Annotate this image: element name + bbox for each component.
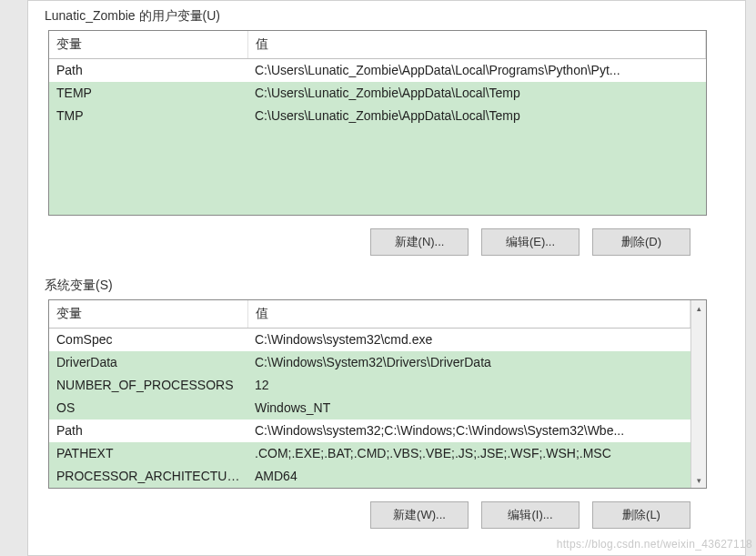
new-system-var-button[interactable]: 新建(W)...	[370, 501, 469, 529]
table-filler	[49, 127, 706, 217]
delete-user-var-button[interactable]: 删除(D)	[592, 228, 690, 256]
user-vars-title: Lunatic_Zombie 的用户变量(U)	[45, 6, 734, 25]
scroll-up-icon[interactable]: ▴	[691, 300, 706, 316]
user-vars-buttons: 新建(N)... 编辑(E)... 删除(D)	[43, 228, 690, 256]
table-header-row[interactable]: 变量 值	[49, 31, 706, 59]
table-row[interactable]: OS Windows_NT	[49, 397, 690, 420]
cell-var-name: DriverData	[49, 351, 247, 374]
system-vars-title: 系统变量(S)	[45, 276, 734, 294]
table-row[interactable]: DriverData C:\Windows\System32\Drivers\D…	[49, 351, 690, 374]
table-row[interactable]: NUMBER_OF_PROCESSORS 12	[49, 374, 690, 397]
cell-var-name: Path	[49, 420, 247, 442]
col-header-value[interactable]: 值	[247, 300, 690, 329]
table-row[interactable]: Path C:\Windows\system32;C:\Windows;C:\W…	[49, 420, 690, 442]
cell-var-value: Windows_NT	[247, 397, 690, 420]
cell-var-value: C:\Users\Lunatic_Zombie\AppData\Local\Te…	[247, 105, 706, 127]
col-header-variable[interactable]: 变量	[49, 31, 247, 59]
cell-var-name: TMP	[49, 105, 247, 127]
cell-var-name: OS	[49, 397, 247, 420]
cell-var-name: ComSpec	[49, 329, 247, 351]
cell-var-value: 12	[247, 374, 690, 397]
vertical-scrollbar[interactable]: ▴ ▾	[690, 300, 706, 488]
edit-system-var-button[interactable]: 编辑(I)...	[481, 501, 580, 529]
col-header-variable[interactable]: 变量	[49, 300, 247, 329]
cell-var-value: C:\Windows\system32;C:\Windows;C:\Window…	[247, 420, 690, 442]
env-vars-dialog: Lunatic_Zombie 的用户变量(U) 变量 值 Path C:\Use…	[27, 0, 746, 556]
table-row[interactable]: TEMP C:\Users\Lunatic_Zombie\AppData\Loc…	[49, 82, 706, 105]
cell-var-value: Intel64 Family 6 Model 158 Stepping 10, …	[247, 488, 690, 489]
table-row[interactable]: TMP C:\Users\Lunatic_Zombie\AppData\Loca…	[49, 105, 706, 127]
new-user-var-button[interactable]: 新建(N)...	[370, 228, 469, 256]
user-vars-table[interactable]: 变量 值 Path C:\Users\Lunatic_Zombie\AppDat…	[48, 30, 707, 216]
table-row[interactable]: Path C:\Users\Lunatic_Zombie\AppData\Loc…	[49, 59, 706, 82]
cell-var-name: PATHEXT	[49, 442, 247, 465]
table-row[interactable]: PATHEXT .COM;.EXE;.BAT;.CMD;.VBS;.VBE;.J…	[49, 442, 690, 465]
system-vars-buttons: 新建(W)... 编辑(I)... 删除(L)	[43, 501, 690, 529]
delete-system-var-button[interactable]: 删除(L)	[592, 501, 690, 529]
cell-var-value: C:\Windows\system32\cmd.exe	[247, 329, 690, 351]
edit-user-var-button[interactable]: 编辑(E)...	[481, 228, 580, 256]
table-row[interactable]: ComSpec C:\Windows\system32\cmd.exe	[49, 329, 690, 351]
system-vars-section: 系统变量(S) 变量 值 ComSpec	[43, 276, 734, 529]
scroll-down-icon[interactable]: ▾	[691, 472, 706, 488]
table-row[interactable]: PROCESSOR_ARCHITECTURE AMD64	[49, 465, 690, 488]
cell-var-value: C:\Users\Lunatic_Zombie\AppData\Local\Te…	[247, 82, 706, 105]
cell-var-name: TEMP	[49, 82, 247, 105]
col-header-value[interactable]: 值	[247, 31, 706, 59]
cell-var-name: PROCESSOR_ARCHITECTURE	[49, 465, 247, 488]
cell-var-value: .COM;.EXE;.BAT;.CMD;.VBS;.VBE;.JS;.JSE;.…	[247, 442, 690, 465]
table-header-row[interactable]: 变量 值	[49, 300, 690, 329]
cell-var-name: PROCESSOR_IDENTIFIER	[49, 488, 247, 489]
user-vars-section: Lunatic_Zombie 的用户变量(U) 变量 值 Path C:\Use…	[43, 6, 734, 256]
cell-var-name: NUMBER_OF_PROCESSORS	[49, 374, 247, 397]
system-vars-table[interactable]: 变量 值 ComSpec C:\Windows\system32\cmd.exe…	[48, 299, 707, 489]
table-row[interactable]: PROCESSOR_IDENTIFIER Intel64 Family 6 Mo…	[49, 488, 690, 489]
cell-var-value: AMD64	[247, 465, 690, 488]
watermark-text: https://blog.csdn.net/weixin_43627118	[557, 538, 752, 551]
cell-var-name: Path	[49, 59, 247, 82]
cell-var-value: C:\Users\Lunatic_Zombie\AppData\Local\Pr…	[247, 59, 706, 82]
scroll-track[interactable]	[691, 316, 706, 472]
cell-var-value: C:\Windows\System32\Drivers\DriverData	[247, 351, 690, 374]
